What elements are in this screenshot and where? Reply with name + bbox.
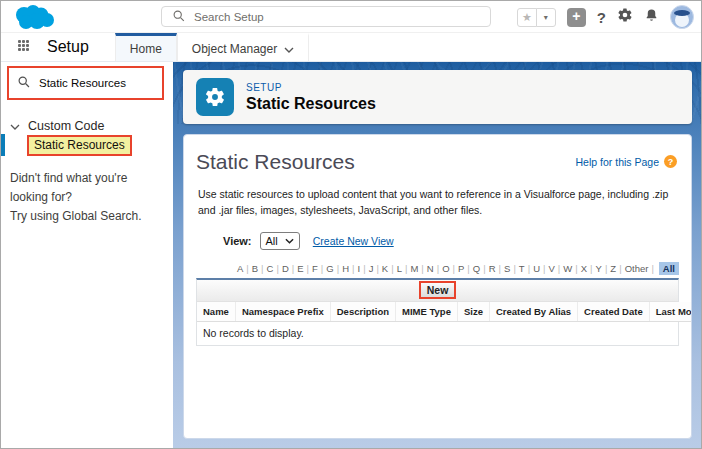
alphabet-link-x[interactable]: X	[580, 263, 588, 274]
alphabet-link-all[interactable]: All	[659, 262, 679, 275]
help-for-this-page-link[interactable]: Help for this Page	[576, 156, 659, 168]
alphabet-link-z[interactable]: Z	[609, 263, 617, 274]
alphabet-link-j[interactable]: J	[368, 263, 375, 274]
alphabet-link-t[interactable]: T	[518, 263, 526, 274]
alphabet-separator: |	[276, 263, 278, 274]
alphabet-link-l[interactable]: L	[396, 263, 403, 274]
alphabet-separator: |	[605, 263, 607, 274]
sidebar-item-static-resources[interactable]: Static Resources	[1, 135, 173, 155]
column-header-name[interactable]: Name	[197, 302, 235, 322]
view-select-dropdown[interactable]: All	[260, 232, 300, 250]
chevron-down-icon	[284, 42, 294, 56]
alphabet-link-o[interactable]: O	[441, 263, 450, 274]
app-name-label: Setup	[47, 38, 89, 56]
alphabet-link-f[interactable]: F	[311, 263, 319, 274]
alphabet-separator: |	[246, 263, 248, 274]
column-header-last-modified-date[interactable]: Last Modified Date ↓	[649, 302, 692, 322]
column-header-mime-type[interactable]: MIME Type	[396, 302, 458, 322]
alphabet-separator: |	[543, 263, 545, 274]
favorites-dropdown-icon[interactable]: ▾	[536, 8, 556, 27]
alphabet-separator: |	[483, 263, 485, 274]
main-area: SETUP Static Resources Static Resources …	[173, 62, 701, 448]
tab-home[interactable]: Home	[115, 33, 177, 61]
alphabet-separator: |	[405, 263, 407, 274]
tab-object-manager-label: Object Manager	[192, 42, 277, 56]
alphabet-link-n[interactable]: N	[426, 263, 435, 274]
empty-row-cell: No records to display.	[197, 321, 692, 345]
alphabet-separator: |	[513, 263, 515, 274]
create-new-view-link[interactable]: Create New View	[313, 235, 394, 247]
user-avatar[interactable]	[670, 5, 694, 29]
alphabet-index: A|B|C|D|E|F|G|H|I|J|K|L|M|N|O|P|Q|R|S|T|…	[196, 263, 679, 274]
alphabet-link-e[interactable]: E	[296, 263, 304, 274]
alphabet-link-d[interactable]: D	[281, 263, 290, 274]
alphabet-separator: |	[292, 263, 294, 274]
alphabet-link-y[interactable]: Y	[595, 263, 603, 274]
favorites-group: ★ ▾	[517, 8, 556, 27]
setup-sidebar: Static Resources Custom Code Static Reso…	[1, 62, 173, 448]
alphabet-link-p[interactable]: P	[457, 263, 465, 274]
alphabet-link-w[interactable]: W	[562, 263, 573, 274]
alphabet-link-r[interactable]: R	[488, 263, 497, 274]
tree-section-label: Custom Code	[28, 119, 104, 133]
view-selected-value: All	[266, 235, 278, 247]
selected-item-accent-bar	[1, 134, 5, 156]
column-header-created-by-alias[interactable]: Created By Alias	[489, 302, 577, 322]
global-search-input[interactable]: Search Setup	[161, 6, 491, 27]
alphabet-separator: |	[421, 263, 423, 274]
column-header-created-date[interactable]: Created Date	[578, 302, 650, 322]
alphabet-link-other[interactable]: Other	[624, 263, 650, 274]
alphabet-separator: |	[453, 263, 455, 274]
chevron-down-icon	[10, 119, 20, 133]
alphabet-separator: |	[337, 263, 339, 274]
alphabet-separator: |	[363, 263, 365, 274]
alphabet-link-h[interactable]: H	[341, 263, 350, 274]
help-icon[interactable]: ?	[597, 9, 606, 26]
alphabet-link-q[interactable]: Q	[472, 263, 481, 274]
table-row: No records to display.	[197, 321, 692, 345]
sidebar-help-line1: Didn't find what you're looking for?	[10, 169, 167, 207]
alphabet-link-u[interactable]: U	[532, 263, 541, 274]
tab-object-manager[interactable]: Object Manager	[177, 33, 309, 61]
chevron-down-icon	[285, 238, 294, 244]
alphabet-link-k[interactable]: K	[381, 263, 389, 274]
help-badge-icon[interactable]: ?	[664, 155, 677, 168]
alphabet-link-i[interactable]: I	[357, 263, 362, 274]
global-search-placeholder: Search Setup	[194, 11, 264, 23]
global-header: Search Setup ★ ▾ + ?	[1, 1, 701, 33]
table-header-row: NameNamespace PrefixDescriptionMIME Type…	[197, 302, 692, 322]
alphabet-link-a[interactable]: A	[236, 263, 244, 274]
alphabet-link-b[interactable]: B	[251, 263, 259, 274]
quick-create-icon[interactable]: +	[567, 8, 586, 27]
favorites-star-icon[interactable]: ★	[517, 8, 537, 27]
alphabet-separator: |	[590, 263, 592, 274]
view-row: View: All Create New View	[223, 232, 679, 250]
alphabet-separator: |	[558, 263, 560, 274]
alphabet-separator: |	[651, 263, 653, 274]
alphabet-separator: |	[437, 263, 439, 274]
alphabet-link-s[interactable]: S	[503, 263, 511, 274]
alphabet-separator: |	[575, 263, 577, 274]
column-header-description[interactable]: Description	[330, 302, 395, 322]
alphabet-link-g[interactable]: G	[325, 263, 334, 274]
quick-find-input[interactable]: Static Resources	[7, 66, 164, 100]
tree-section-custom-code[interactable]: Custom Code	[10, 119, 104, 133]
new-button[interactable]: New	[419, 281, 457, 299]
setup-gear-icon[interactable]	[617, 7, 633, 27]
banner-title: Static Resources	[246, 95, 376, 113]
column-header-namespace-prefix[interactable]: Namespace Prefix	[235, 302, 330, 322]
page-description: Use static resources to upload content t…	[196, 187, 679, 219]
search-icon	[18, 74, 30, 92]
sidebar-help-line2: Try using Global Search.	[10, 207, 167, 226]
notifications-bell-icon[interactable]	[644, 7, 659, 27]
alphabet-separator: |	[528, 263, 530, 274]
alphabet-link-v[interactable]: V	[547, 263, 555, 274]
salesforce-setup-window: Search Setup ★ ▾ + ? Setup	[0, 0, 702, 449]
app-launcher-icon[interactable]	[18, 40, 32, 54]
alphabet-link-m[interactable]: M	[409, 263, 419, 274]
avatar-cap	[674, 10, 690, 16]
alphabet-separator: |	[307, 263, 309, 274]
alphabet-link-c[interactable]: C	[266, 263, 275, 274]
column-header-size[interactable]: Size	[457, 302, 489, 322]
alphabet-separator: |	[391, 263, 393, 274]
